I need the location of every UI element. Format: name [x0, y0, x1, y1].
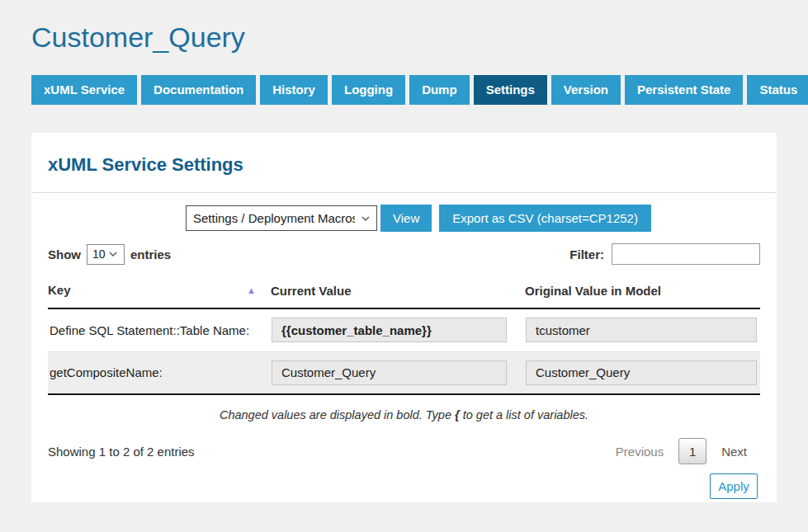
page-length-select[interactable]: 10 [87, 244, 125, 265]
column-header-original-value[interactable]: Original Value in Model [525, 275, 760, 308]
category-select-wrap: Settings / Deployment Macros [186, 205, 377, 231]
apply-button[interactable]: Apply [710, 473, 758, 499]
column-header-current-value[interactable]: Current Value [271, 275, 525, 308]
heading-divider [31, 192, 777, 193]
tab-xuml-service[interactable]: xUML Service [31, 75, 137, 105]
filter-input[interactable] [612, 243, 760, 265]
entries-info: Showing 1 to 2 of 2 entries [48, 445, 195, 459]
filter-label: Filter: [569, 247, 604, 261]
pagination-page-1[interactable]: 1 [678, 438, 706, 464]
pagination: Previous 1 Next [616, 438, 747, 464]
tab-documentation[interactable]: Documentation [141, 75, 256, 105]
table-row: Define SQL Statement::Table Name: [48, 308, 760, 351]
pagination-previous[interactable]: Previous [616, 445, 664, 459]
current-value-input[interactable] [272, 360, 507, 385]
tab-history[interactable]: History [260, 75, 328, 105]
length-select-wrap: 10 [87, 244, 125, 265]
column-header-key[interactable]: Key ▲ [48, 275, 271, 308]
settings-panel: xUML Service Settings Settings / Deploym… [31, 133, 777, 502]
controls-row: Settings / Deployment Macros View Export… [48, 205, 760, 232]
panel-heading: xUML Service Settings [48, 154, 760, 176]
apply-row: Apply [48, 473, 760, 499]
filter-control: Filter: [569, 243, 760, 265]
tab-dump[interactable]: Dump [409, 75, 470, 105]
table-note: Changed values are displayed in bold. Ty… [48, 408, 760, 421]
show-label: Show [48, 247, 81, 261]
export-csv-button[interactable]: Export as CSV (charset=CP1252) [439, 205, 651, 232]
table-row: getCompositeName: [48, 351, 760, 394]
page-length-control: Show 10 entries [48, 244, 171, 265]
table-footer: Showing 1 to 2 of 2 entries Previous 1 N… [48, 438, 760, 464]
tab-settings[interactable]: Settings [474, 75, 547, 105]
original-value-input[interactable] [526, 360, 757, 385]
page: Customer_Query xUML Service Documentatio… [0, 0, 808, 502]
original-value-input[interactable] [526, 318, 757, 342]
tab-status[interactable]: Status [747, 75, 808, 105]
view-button[interactable]: View [380, 205, 432, 232]
current-value-input[interactable] [272, 318, 507, 342]
settings-table: Key ▲ Current Value Original Value in Mo… [48, 275, 760, 395]
tab-logging[interactable]: Logging [332, 75, 405, 105]
table-header-row: Key ▲ Current Value Original Value in Mo… [48, 275, 760, 308]
table-controls: Show 10 entries Filter: [48, 243, 760, 265]
row-key: getCompositeName: [48, 351, 271, 394]
tab-bar: xUML Service Documentation History Loggi… [31, 75, 777, 105]
row-key: Define SQL Statement::Table Name: [48, 308, 271, 351]
page-title: Customer_Query [31, 0, 777, 54]
sort-ascending-icon: ▲ [247, 283, 256, 298]
tab-version[interactable]: Version [551, 75, 621, 105]
pagination-next[interactable]: Next [721, 445, 747, 459]
category-select[interactable]: Settings / Deployment Macros [186, 205, 377, 231]
entries-label: entries [130, 247, 171, 261]
tab-persistent-state[interactable]: Persistent State [625, 75, 743, 105]
